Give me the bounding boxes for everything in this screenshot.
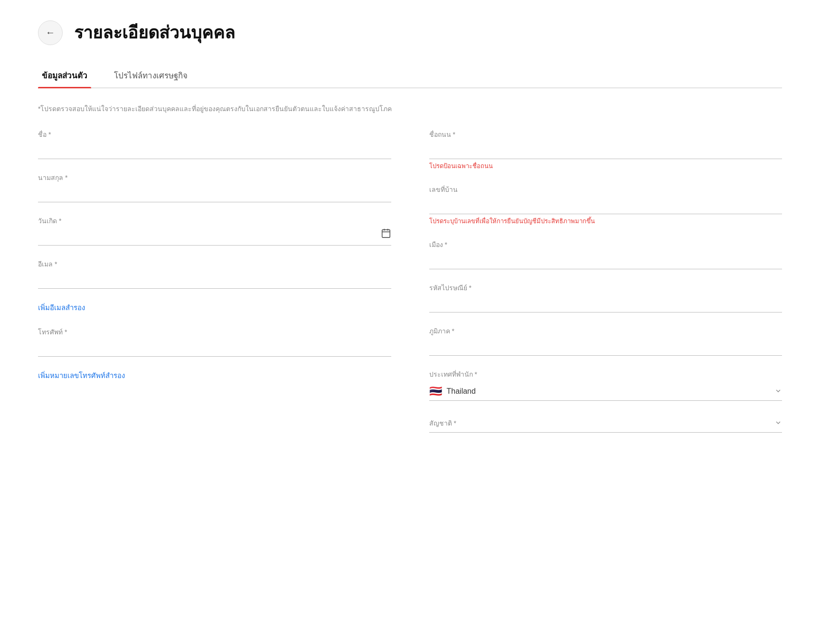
field-group-phone: โทรศัพท์ * — [38, 327, 391, 357]
last-name-input[interactable] — [38, 186, 391, 202]
form-layout: ชื่อ * นามสกุล * วันเกิด * — [38, 129, 782, 446]
street-error: โปรดป้อนเฉพาะชื่อถนน — [429, 161, 782, 171]
tab-personal[interactable]: ข้อมูลส่วนตัว — [38, 63, 91, 87]
chevron-down-icon — [774, 387, 782, 396]
field-group-email: อีเมล * — [38, 259, 391, 289]
field-group-first-name: ชื่อ * — [38, 129, 391, 159]
field-group-dob: วันเกิด * — [38, 216, 391, 246]
country-label: ประเทศที่พำนัก * — [429, 369, 782, 379]
back-button[interactable]: ← — [38, 20, 63, 45]
nationality-chevron-icon — [774, 419, 782, 428]
field-group-house-number: เลขที่บ้าน โปรดระบุบ้านเลขที่เพื่อให้การ… — [429, 184, 782, 226]
house-number-error: โปรดระบุบ้านเลขที่เพื่อให้การยืนยันบัญชี… — [429, 216, 782, 226]
city-label: เมือง * — [429, 239, 782, 250]
field-group-street: ชื่อถนน * โปรดป้อนเฉพาะชื่อถนน — [429, 129, 782, 171]
field-group-postal-code: รหัสไปรษณีย์ * — [429, 283, 782, 313]
dob-label: วันเกิด * — [38, 216, 391, 226]
first-name-input[interactable] — [38, 142, 391, 159]
left-column: ชื่อ * นามสกุล * วันเกิด * — [38, 129, 391, 446]
add-email-link[interactable]: เพิ่มอีเมลสำรอง — [38, 302, 391, 313]
postal-code-label: รหัสไปรษณีย์ * — [429, 283, 782, 293]
field-group-city: เมือง * — [429, 239, 782, 269]
notice-text: *โปรดตรวจสอบให้แน่ใจว่ารายละเอียดส่วนบุค… — [38, 104, 782, 114]
dob-input[interactable] — [38, 229, 391, 246]
tab-financial[interactable]: โปรไฟล์ทางเศรษฐกิจ — [110, 63, 191, 87]
phone-label: โทรศัพท์ * — [38, 327, 391, 337]
house-number-input[interactable] — [429, 198, 782, 214]
thailand-flag-icon: 🇹🇭 — [429, 386, 442, 397]
house-number-label: เลขที่บ้าน — [429, 184, 782, 195]
street-input[interactable] — [429, 142, 782, 159]
region-input[interactable] — [429, 339, 782, 356]
dob-wrapper — [38, 229, 391, 246]
postal-code-input[interactable] — [429, 296, 782, 313]
street-label: ชื่อถนน * — [429, 129, 782, 140]
nationality-label: สัญชาติ * — [429, 418, 456, 428]
country-name: Thailand — [447, 387, 770, 396]
email-label: อีเมล * — [38, 259, 391, 269]
country-select-wrapper[interactable]: 🇹🇭 Thailand — [429, 382, 782, 401]
back-icon: ← — [46, 27, 55, 38]
city-input[interactable] — [429, 253, 782, 269]
field-group-nationality: สัญชาติ * — [429, 414, 782, 433]
field-group-region: ภูมิภาค * — [429, 326, 782, 356]
phone-input[interactable] — [38, 340, 391, 357]
header: ← รายละเอียดส่วนบุคคล — [38, 19, 782, 46]
first-name-label: ชื่อ * — [38, 129, 391, 140]
field-group-country: ประเทศที่พำนัก * 🇹🇭 Thailand — [429, 369, 782, 401]
tabs-row: ข้อมูลส่วนตัว โปรไฟล์ทางเศรษฐกิจ — [38, 63, 782, 88]
add-phone-link[interactable]: เพิ่มหมายเลขโทรศัพท์สำรอง — [38, 370, 391, 381]
country-select-inner: 🇹🇭 Thailand — [429, 382, 782, 400]
email-input[interactable] — [38, 272, 391, 289]
region-label: ภูมิภาค * — [429, 326, 782, 336]
page-title: รายละเอียดส่วนบุคคล — [74, 19, 235, 46]
last-name-label: นามสกุล * — [38, 172, 391, 183]
field-group-last-name: นามสกุล * — [38, 172, 391, 202]
nationality-select-wrapper[interactable]: สัญชาติ * — [429, 414, 782, 433]
right-column: ชื่อถนน * โปรดป้อนเฉพาะชื่อถนน เลขที่บ้า… — [429, 129, 782, 446]
